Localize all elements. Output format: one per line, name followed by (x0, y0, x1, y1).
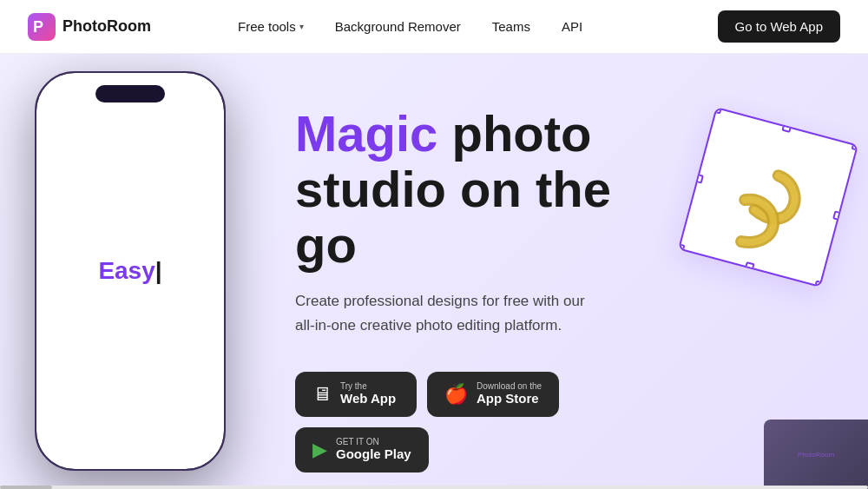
phone-power-button (224, 160, 226, 203)
selection-handle-bl (678, 243, 686, 254)
nav-links: Free tools ▾ Background Remover Teams AP… (238, 19, 582, 34)
phone-mockup: Easy| (35, 71, 260, 489)
selection-handle-br (814, 281, 825, 288)
selection-handle-tr (852, 141, 859, 151)
selection-handle-ml (694, 173, 704, 183)
selection-handle-tm (781, 122, 792, 133)
phone-notch (95, 85, 165, 102)
logo[interactable]: P PhotoRoom (28, 13, 151, 41)
selection-handle-bm (744, 261, 754, 272)
hero-content: Magic photostudio on the go Create profe… (295, 106, 677, 472)
rotate-handle: ↻ (735, 274, 754, 287)
hero-title-accent: Magic (295, 105, 437, 162)
chevron-down-icon: ▾ (299, 22, 304, 31)
hero-section: Easy| Magic photostudio on the go Create… (0, 54, 868, 489)
phone-screen-text: Easy| (98, 257, 161, 285)
jewelry-card: ↻ (678, 107, 858, 287)
try-web-app-button[interactable]: 🖥 Try the Web App (295, 372, 417, 417)
scrollbar[interactable] (0, 486, 868, 489)
jewelry-floating-element: ↻ (677, 97, 851, 297)
hero-title: Magic photostudio on the go (295, 106, 677, 272)
apple-icon: 🍎 (444, 383, 468, 406)
nav-background-remover[interactable]: Background Remover (335, 19, 461, 34)
svg-text:P: P (33, 18, 43, 36)
monitor-icon: 🖥 (312, 383, 332, 406)
google-play-icon: ▶ (312, 439, 327, 461)
logo-text: PhotoRoom (62, 17, 151, 36)
nav-teams[interactable]: Teams (492, 19, 530, 34)
selection-handle-tl (712, 107, 722, 115)
photoroom-logo-icon: P (28, 13, 56, 41)
laptop-mockup-hint: PhotoRoom (764, 420, 868, 489)
navbar: P PhotoRoom Free tools ▾ Background Remo… (0, 0, 868, 54)
earring-image (699, 128, 837, 266)
hero-cta-buttons: 🖥 Try the Web App 🍎 Download on the App … (295, 372, 677, 472)
nav-api[interactable]: API (562, 19, 582, 34)
hero-subtitle: Create professional designs for free wit… (295, 289, 608, 336)
phone-device: Easy| (35, 71, 226, 471)
selection-handle-mr (832, 210, 843, 221)
get-google-play-button[interactable]: ▶ GET IT ON Google Play (295, 427, 429, 472)
laptop-screen: PhotoRoom (764, 420, 868, 489)
phone-screen: Easy| (36, 73, 224, 469)
go-to-web-app-button[interactable]: Go to Web App (718, 10, 840, 43)
download-app-store-button[interactable]: 🍎 Download on the App Store (427, 372, 559, 417)
scrollbar-thumb[interactable] (0, 486, 52, 489)
nav-free-tools[interactable]: Free tools ▾ (238, 19, 304, 34)
